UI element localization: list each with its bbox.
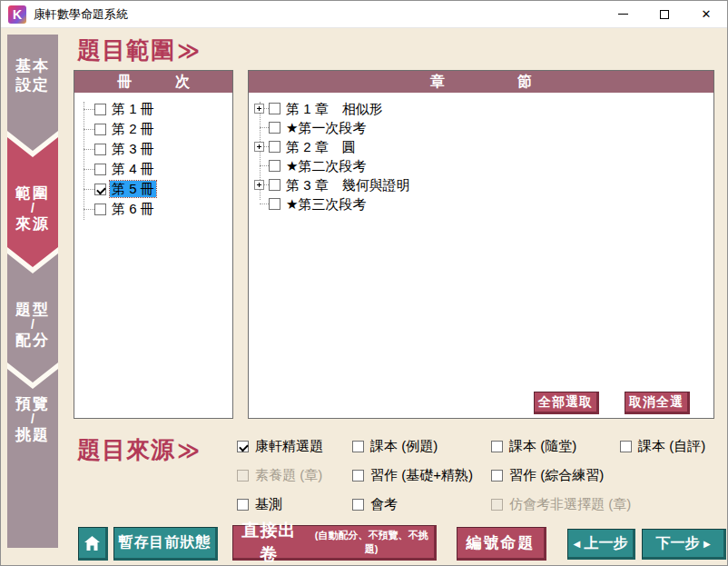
option-label[interactable]: 基測 xyxy=(255,496,282,513)
previous-step-button[interactable]: ◀ 上一步 xyxy=(567,529,635,560)
volume-checkbox-3[interactable] xyxy=(94,144,106,155)
exam-row-1[interactable]: ★第一次段考 xyxy=(249,118,713,137)
tree-stub xyxy=(260,204,269,204)
maximize-icon xyxy=(660,10,669,19)
option-workbook-comprehensive[interactable]: 習作 (綜合練習) xyxy=(491,467,604,483)
exam-checkbox-2[interactable] xyxy=(269,160,280,172)
chapter-panel-header: 章 節 xyxy=(249,71,713,93)
window-controls: ✕ xyxy=(602,1,727,28)
chapter-label[interactable]: 第 3 章 幾何與證明 xyxy=(284,177,412,194)
chevron-icon: ≫ xyxy=(177,38,201,63)
exam-row-3[interactable]: ★第三次段考 xyxy=(249,194,713,213)
exam-checkbox-3[interactable] xyxy=(269,198,280,210)
volume-row-5[interactable]: 第 5 冊 xyxy=(74,179,232,199)
exam-checkbox-1[interactable] xyxy=(269,122,280,134)
chapter-panel-actions: 全部選取 取消全選 xyxy=(534,392,690,414)
title-bar: K 康軒數學命題系統 ✕ xyxy=(1,1,727,28)
volume-checkbox-6[interactable] xyxy=(94,204,106,215)
option-label[interactable]: 課本 (例題) xyxy=(370,438,438,455)
option-workbook-basic[interactable]: 習作 (基礎+精熟) xyxy=(352,467,473,483)
tab-label-line: 設定 xyxy=(15,75,50,94)
option-checkbox[interactable] xyxy=(491,470,503,482)
option-checkbox[interactable] xyxy=(237,441,249,452)
option-basic-competence-test[interactable]: 基測 xyxy=(237,496,282,512)
option-checkbox[interactable] xyxy=(352,441,364,452)
volume-checkbox-4[interactable] xyxy=(94,164,106,175)
expand-plus-icon[interactable] xyxy=(254,142,264,152)
option-label[interactable]: 習作 (基礎+精熟) xyxy=(370,467,473,484)
home-icon xyxy=(84,535,101,551)
close-button[interactable]: ✕ xyxy=(685,1,727,28)
chapter-checkbox-2[interactable] xyxy=(269,141,280,153)
volume-row-3[interactable]: 第 3 冊 xyxy=(74,139,232,159)
volume-label[interactable]: 第 1 冊 xyxy=(110,101,156,117)
application-window: K 康軒數學命題系統 ✕ 基本 設定 範圍 / 來源 題型 / 配分 預覽 / xyxy=(0,0,728,566)
volume-label[interactable]: 第 2 冊 xyxy=(110,121,156,137)
volume-label[interactable]: 第 3 冊 xyxy=(110,141,156,157)
chapter-row-2[interactable]: 第 2 章 圓 xyxy=(249,137,713,156)
volume-row-4[interactable]: 第 4 冊 xyxy=(74,159,232,179)
direct-generate-button[interactable]: 直接出卷 (自動配分、不預覽、不挑題) xyxy=(232,525,437,561)
tab-label-line: 題型 xyxy=(15,300,50,319)
volume-label[interactable]: 第 4 冊 xyxy=(110,161,156,177)
option-label[interactable]: 習作 (綜合練習) xyxy=(509,467,604,484)
option-label: 仿會考非選擇題 (章) xyxy=(509,496,631,513)
chevron-icon: ≫ xyxy=(177,438,201,462)
source-options: 康軒精選題 課本 (例題) 課本 (隨堂) 課本 (自評) 素養題 (章) 習作… xyxy=(237,438,714,521)
option-textbook-inclass[interactable]: 課本 (隨堂) xyxy=(491,438,576,454)
volume-panel: 冊 次 第 1 冊 第 2 冊 第 3 冊 xyxy=(74,70,233,419)
option-textbook-selfcheck[interactable]: 課本 (自評) xyxy=(620,438,705,454)
option-checkbox[interactable] xyxy=(352,499,364,511)
volume-checkbox-5[interactable] xyxy=(94,184,106,195)
exam-row-2[interactable]: ★第二次段考 xyxy=(249,156,713,175)
sidebar-tab-preview-pick[interactable]: 預覽 / 挑題 xyxy=(7,369,58,548)
exam-label[interactable]: ★第一次段考 xyxy=(284,120,368,136)
option-label[interactable]: 會考 xyxy=(370,496,398,513)
chapter-checkbox-3[interactable] xyxy=(269,179,280,191)
tab-label-slash: / xyxy=(31,413,34,425)
option-comprehensive-assessment[interactable]: 會考 xyxy=(352,496,398,512)
volume-label[interactable]: 第 6 冊 xyxy=(110,201,156,217)
option-label[interactable]: 康軒精選題 xyxy=(255,438,323,455)
minimize-button[interactable] xyxy=(602,1,644,28)
option-checkbox[interactable] xyxy=(352,470,364,482)
numbered-generate-button[interactable]: 編號命題 xyxy=(457,527,546,561)
exam-label[interactable]: ★第二次段考 xyxy=(284,158,368,174)
volume-label-selected[interactable]: 第 5 冊 xyxy=(110,181,156,197)
option-checkbox[interactable] xyxy=(620,441,632,452)
chapter-row-1[interactable]: 第 1 章 相似形 xyxy=(249,99,713,118)
deselect-all-button[interactable]: 取消全選 xyxy=(625,392,690,414)
next-step-button[interactable]: 下一步 ▶ xyxy=(642,529,726,560)
volume-checkbox-2[interactable] xyxy=(94,124,106,135)
volume-row-2[interactable]: 第 2 冊 xyxy=(74,119,232,139)
chapter-row-3[interactable]: 第 3 章 幾何與證明 xyxy=(249,175,713,194)
volume-row-6[interactable]: 第 6 冊 xyxy=(74,199,232,219)
volume-row-1[interactable]: 第 1 冊 xyxy=(74,99,232,119)
option-checkbox[interactable] xyxy=(491,441,503,452)
app-logo-icon: K xyxy=(8,5,26,24)
chapter-label[interactable]: 第 2 章 圓 xyxy=(284,139,358,155)
chapter-checkbox-1[interactable] xyxy=(269,103,280,114)
option-textbook-examples[interactable]: 課本 (例題) xyxy=(352,438,438,454)
tab-label-line: 預覽 xyxy=(15,394,50,413)
sidebar-tab-basic-settings[interactable]: 基本 設定 xyxy=(7,35,58,151)
option-label[interactable]: 課本 (自評) xyxy=(638,438,705,455)
maximize-button[interactable] xyxy=(644,1,685,28)
home-button[interactable] xyxy=(78,527,108,561)
close-icon: ✕ xyxy=(702,7,712,21)
option-label: 素養題 (章) xyxy=(255,467,322,484)
expand-plus-icon[interactable] xyxy=(254,180,264,190)
option-checkbox[interactable] xyxy=(237,499,249,511)
save-current-state-button[interactable]: 暫存目前狀態 xyxy=(113,527,218,561)
left-arrow-icon: ◀ xyxy=(573,539,580,549)
exam-label[interactable]: ★第三次段考 xyxy=(284,196,368,213)
volume-checkbox-1[interactable] xyxy=(94,104,106,115)
option-label[interactable]: 課本 (隨堂) xyxy=(509,438,576,455)
option-checkbox xyxy=(237,470,249,482)
tab-label-slash: / xyxy=(31,319,34,331)
tree-stub xyxy=(84,129,94,130)
chapter-label[interactable]: 第 1 章 相似形 xyxy=(284,101,385,117)
expand-plus-icon[interactable] xyxy=(254,104,264,114)
option-kanghsuan-selected[interactable]: 康軒精選題 xyxy=(237,438,323,454)
select-all-button[interactable]: 全部選取 xyxy=(534,392,599,414)
